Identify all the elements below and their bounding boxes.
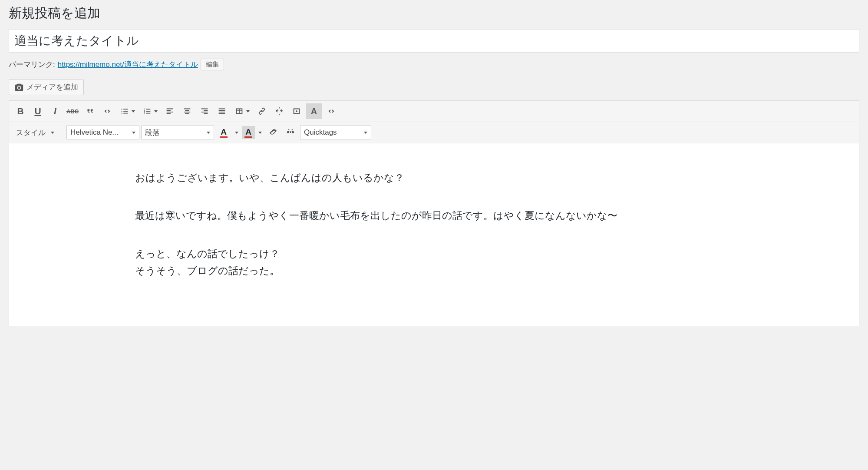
eraser-icon xyxy=(268,128,278,137)
toolbar-row-2: スタイル Helvetica Ne... 段落 A A Qui xyxy=(9,122,859,143)
blockquote-button[interactable] xyxy=(82,103,98,119)
paragraph-select[interactable]: 段落 xyxy=(141,126,214,139)
content-editor[interactable]: おはようございます。いや、こんばんはの人もいるかな？ 最近は寒いですね。僕もよう… xyxy=(9,143,859,326)
edit-permalink-button[interactable]: 編集 xyxy=(201,59,224,70)
link-icon xyxy=(257,106,267,116)
content-paragraph: 最近は寒いですね。僕もようやく一番暖かい毛布を出したのが昨日の話です。はやく夏に… xyxy=(135,207,733,224)
unlink-button[interactable] xyxy=(271,103,287,119)
bold-button[interactable]: B xyxy=(13,103,28,119)
bullet-list-button[interactable] xyxy=(117,103,138,119)
numbered-list-icon xyxy=(142,106,152,116)
align-left-button[interactable] xyxy=(162,103,178,119)
strikethrough-button[interactable]: ABC xyxy=(65,103,80,119)
page-title: 新規投稿を追加 xyxy=(9,4,859,22)
permalink-slug[interactable]: 適当に考えたタイトル xyxy=(124,60,198,69)
style-select-label: スタイル xyxy=(16,128,46,138)
align-right-button[interactable] xyxy=(197,103,212,119)
align-justify-icon xyxy=(217,106,227,116)
numbered-list-button[interactable] xyxy=(139,103,160,119)
video-icon xyxy=(292,106,301,116)
font-select-label: Helvetica Ne... xyxy=(70,128,119,137)
permalink-base-link[interactable]: https://milmemo.net/ xyxy=(58,60,124,69)
permalink-label: パーマリンク: xyxy=(9,60,55,70)
text-style-a-button[interactable]: A xyxy=(306,103,322,119)
quicktags-select[interactable]: Quicktags xyxy=(300,126,371,139)
code-icon xyxy=(102,106,112,116)
paragraph-select-label: 段落 xyxy=(145,128,160,138)
camera-icon xyxy=(14,83,24,92)
text-color-button[interactable]: A xyxy=(216,125,240,140)
source-code-icon xyxy=(327,106,336,116)
add-media-label: メディアを追加 xyxy=(26,82,78,92)
align-justify-button[interactable] xyxy=(214,103,230,119)
quicktags-label: Quicktags xyxy=(304,128,337,137)
align-center-icon xyxy=(182,106,192,116)
editor: B U I ABC A スタイル Helvetica N xyxy=(9,100,859,326)
quote-icon xyxy=(85,106,95,116)
unlink-icon xyxy=(274,106,284,116)
underline-button[interactable]: U xyxy=(30,103,46,119)
bullet-list-icon xyxy=(120,106,129,116)
toolbar-row-1: B U I ABC A xyxy=(9,101,859,122)
code-button[interactable] xyxy=(99,103,115,119)
align-left-icon xyxy=(165,106,175,116)
content-paragraph: えっと、なんの話でしたっけ？そうそう、ブログの話だった。 xyxy=(135,245,733,279)
table-button[interactable] xyxy=(231,103,252,119)
content-paragraph: おはようございます。いや、こんばんはの人もいるかな？ xyxy=(135,169,733,186)
permalink-row: パーマリンク: https://milmemo.net/適当に考えたタイトル 編… xyxy=(9,59,859,70)
align-center-button[interactable] xyxy=(179,103,195,119)
post-title-input[interactable] xyxy=(9,29,859,53)
video-button[interactable] xyxy=(289,103,304,119)
style-select[interactable]: スタイル xyxy=(13,126,65,139)
add-media-button[interactable]: メディアを追加 xyxy=(9,79,84,95)
italic-button[interactable]: I xyxy=(47,103,63,119)
binoculars-icon xyxy=(286,128,295,137)
clear-format-button[interactable] xyxy=(265,125,281,140)
table-icon xyxy=(234,106,244,116)
source-code-button[interactable] xyxy=(323,103,339,119)
link-button[interactable] xyxy=(254,103,270,119)
font-select[interactable]: Helvetica Ne... xyxy=(66,126,139,139)
highlight-color-button[interactable]: A xyxy=(242,125,264,140)
align-right-icon xyxy=(200,106,209,116)
find-replace-button[interactable] xyxy=(283,125,298,140)
